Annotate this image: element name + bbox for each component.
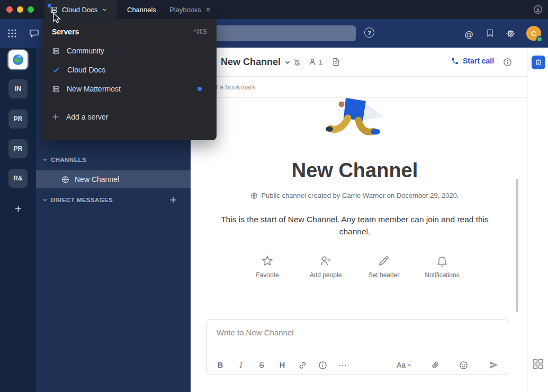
download-icon[interactable] <box>533 5 543 14</box>
globe-icon <box>250 192 258 199</box>
bell-icon <box>436 254 448 267</box>
tab-channels[interactable]: Channels <box>127 0 156 19</box>
menu-divider <box>42 103 217 103</box>
user-avatar[interactable]: C <box>526 26 541 41</box>
favorite-button[interactable]: Favorite <box>247 254 288 279</box>
channel-members-button[interactable]: 1 <box>308 58 322 66</box>
intro-description: This is the start of New Channel. Any te… <box>212 213 498 238</box>
servers-dropdown-menu: Servers ^⌘S Community Cloud Docs New Mat… <box>42 19 217 140</box>
toggle-formatting-button[interactable]: Aa <box>397 361 411 369</box>
send-icon <box>489 360 499 370</box>
smiley-icon <box>459 361 468 370</box>
team-item[interactable]: PR <box>8 110 28 129</box>
chevron-down-icon <box>284 59 291 66</box>
start-call-label: Start call <box>463 57 494 65</box>
bold-button[interactable]: B <box>215 361 225 369</box>
add-people-button[interactable]: Add people <box>306 254 346 279</box>
globe-team-icon <box>12 53 24 66</box>
message-composer: Write to New Channel B I S H ⋯ <box>206 319 508 375</box>
close-window-button[interactable] <box>6 6 13 13</box>
menu-item-new-mattermost[interactable]: New Mattermost <box>42 79 217 98</box>
main-content: New Channel 1 <box>191 48 527 392</box>
server-tab-label: Cloud Docs <box>62 6 97 14</box>
menu-item-cloud-docs[interactable]: Cloud Docs <box>42 60 217 79</box>
pinned-files-icon[interactable] <box>332 58 340 66</box>
avatar-initial: C <box>531 30 536 38</box>
team-item[interactable]: IN <box>8 79 28 98</box>
member-count: 1 <box>319 58 322 66</box>
plus-icon <box>169 196 177 204</box>
channel-info-icon[interactable] <box>503 58 512 67</box>
direct-messages-section-header[interactable]: DIRECT MESSAGES <box>42 197 113 203</box>
info-button[interactable] <box>318 361 327 370</box>
help-icon[interactable]: ? <box>364 28 374 38</box>
person-icon <box>308 58 317 66</box>
message-input[interactable]: Write to New Channel <box>217 328 294 337</box>
settings-gear-icon[interactable] <box>506 29 516 39</box>
italic-button[interactable]: I <box>236 361 246 370</box>
check-icon <box>52 66 60 74</box>
tab-playbooks[interactable]: Playbooks <box>169 0 211 19</box>
add-direct-message-button[interactable] <box>169 196 177 204</box>
formatting-toolbar: B I S H ⋯ Aa <box>207 360 508 370</box>
chevron-up-icon <box>407 363 411 367</box>
strikethrough-button[interactable]: S <box>257 361 266 369</box>
globe-icon <box>61 176 69 184</box>
add-team-button[interactable] <box>8 199 28 218</box>
channels-section-header[interactable]: CHANNELS <box>42 157 86 163</box>
chevron-down-icon <box>42 157 48 162</box>
channel-name-label: New Channel <box>75 175 119 184</box>
mentions-icon[interactable]: @ <box>464 30 473 40</box>
sidebar-item-new-channel[interactable]: New Channel <box>36 170 191 188</box>
send-button[interactable] <box>489 360 499 370</box>
phone-icon <box>451 57 459 65</box>
saved-posts-icon[interactable] <box>486 29 495 38</box>
channel-intro: New Channel Public channel created by Ca… <box>191 98 519 279</box>
maximize-window-button[interactable] <box>28 6 34 13</box>
team-item[interactable]: R& <box>8 169 28 188</box>
channel-intro-illustration <box>315 98 394 151</box>
paperclip-icon <box>431 361 439 369</box>
notifications-button[interactable]: Notifications <box>422 254 462 279</box>
app-window: Cloud Docs Channels Playbooks <box>0 0 548 392</box>
online-status-badge <box>536 36 543 42</box>
link-button[interactable] <box>298 361 307 370</box>
team-item[interactable]: PR <box>8 139 28 158</box>
servers-menu-title: Servers <box>52 28 79 36</box>
help-glyph: ? <box>367 30 371 36</box>
teams-sidebar: IN PR PR R& <box>0 48 36 392</box>
bookmark-bar[interactable]: Add a bookmark <box>191 77 527 98</box>
link-icon <box>298 361 307 370</box>
mouse-cursor <box>52 13 63 24</box>
attach-file-button[interactable] <box>431 361 439 369</box>
app-bar <box>527 48 548 392</box>
emoji-button[interactable] <box>459 361 468 370</box>
scrollbar[interactable] <box>516 179 518 312</box>
plus-icon <box>14 205 22 213</box>
more-formatting-button[interactable]: ⋯ <box>338 360 347 370</box>
heading-button[interactable]: H <box>277 361 287 369</box>
server-unread-dot <box>48 4 51 7</box>
start-call-button[interactable]: Start call <box>451 57 494 65</box>
playbooks-app-icon[interactable] <box>532 56 545 69</box>
minimize-window-button[interactable] <box>17 6 23 13</box>
servers-menu-header: Servers ^⌘S <box>42 19 217 41</box>
window-titlebar: Cloud Docs Channels Playbooks <box>0 0 548 19</box>
channel-title-menu[interactable]: New Channel <box>221 48 291 77</box>
product-switcher-icon[interactable] <box>7 29 17 38</box>
close-tab-icon[interactable] <box>205 7 211 12</box>
info-icon <box>318 361 327 370</box>
add-person-icon <box>319 254 332 267</box>
tab-channels-label: Channels <box>127 6 156 14</box>
server-icon <box>52 47 60 55</box>
channel-title: New Channel <box>221 57 281 68</box>
unread-dot <box>197 87 202 91</box>
muted-bell-icon[interactable] <box>293 58 302 67</box>
menu-item-add-server[interactable]: Add a server <box>42 107 217 126</box>
chat-bubble-icon[interactable] <box>29 28 39 38</box>
set-header-button[interactable]: Set header <box>364 254 404 279</box>
active-team-avatar[interactable] <box>8 50 28 69</box>
menu-item-community[interactable]: Community <box>42 41 217 60</box>
chevron-down-icon <box>102 7 107 13</box>
apps-grid-icon[interactable] <box>532 358 544 370</box>
